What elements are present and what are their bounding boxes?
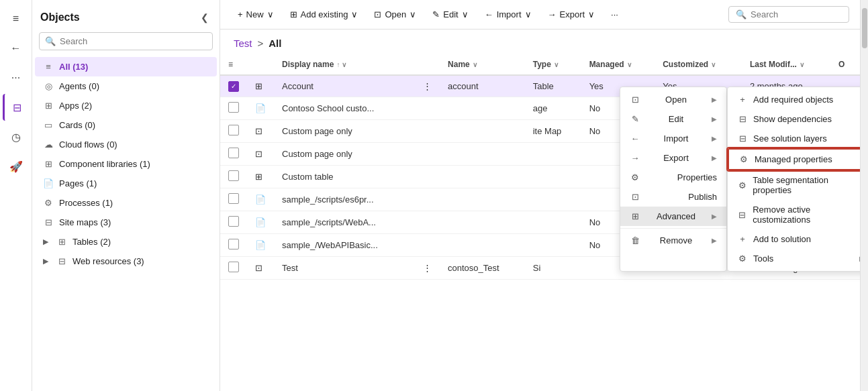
context-menu-publish[interactable]: ⊡ Publish <box>620 187 726 207</box>
display-name-sort-icon[interactable]: ↑ ∨ <box>336 61 346 68</box>
sidebar-item-component-libraries[interactable]: ⊞ Component libraries (1) <box>35 154 217 174</box>
sub-menu-table-segmentation[interactable]: ⚙ Table segmentation properties <box>728 170 860 200</box>
row-name <box>440 165 525 188</box>
row-checkbox[interactable] <box>228 216 239 227</box>
type-sort-icon[interactable]: ∨ <box>554 61 559 68</box>
context-menu-remove[interactable]: 🗑 Remove ▶ <box>620 231 726 250</box>
sidebar-nav: ≡ All (13) ◎ Agents (0) ⊞ Apps (2) ▭ Car… <box>32 57 220 271</box>
tables-icon: ⊞ <box>56 237 67 247</box>
add-existing-button[interactable]: ⊞ Add existing ∨ <box>283 6 365 23</box>
row-checkbox[interactable] <box>228 170 239 181</box>
sidebar-item-processes[interactable]: ⚙ Processes (1) <box>35 193 217 213</box>
name-sort-icon[interactable]: ∨ <box>473 61 477 68</box>
back-icon[interactable]: ← <box>3 35 30 62</box>
managed-sort-icon[interactable]: ∨ <box>627 61 632 68</box>
last-modified-sort-icon[interactable]: ∨ <box>800 61 804 68</box>
publish-menu-label: Publish <box>688 192 717 202</box>
new-button[interactable]: + New ∨ <box>231 6 281 23</box>
sidebar-item-agents[interactable]: ◎ Agents (0) <box>35 76 217 96</box>
row-checkbox[interactable] <box>228 262 239 272</box>
row-checkbox[interactable] <box>228 239 239 249</box>
context-menu: ⊡ Open ▶ ✎ Edit ▶ ← Import ▶ → Export <box>620 87 727 272</box>
row-type-icon: 📄 <box>255 240 266 250</box>
breadcrumb-parent[interactable]: Test <box>234 38 252 49</box>
row-checkbox[interactable] <box>228 125 239 135</box>
row-display-name: Account <box>274 75 415 97</box>
row-dots-menu[interactable]: ⋮ <box>423 81 432 91</box>
context-menu-import[interactable]: ← Import ▶ <box>620 129 726 148</box>
sidebar-item-site-maps[interactable]: ⊟ Site maps (3) <box>35 213 217 232</box>
row-type-icon: ⊡ <box>255 126 262 136</box>
sidebar-item-all[interactable]: ≡ All (13) <box>35 57 217 76</box>
layers-icon[interactable]: ⊟ <box>3 94 30 121</box>
row-checkbox[interactable] <box>228 193 239 204</box>
export-button[interactable]: → Export ∨ <box>541 6 602 23</box>
advanced-menu-label: Advanced <box>657 211 695 221</box>
th-display-name[interactable]: Display name ↑ ∨ <box>274 54 415 75</box>
th-last-modified[interactable]: Last Modif... ∨ <box>742 54 830 75</box>
th-type[interactable]: Type ∨ <box>525 54 581 75</box>
row-display-name: Custom table <box>274 165 415 188</box>
toolbar-search-input[interactable] <box>751 9 842 19</box>
pages-icon: 📄 <box>43 178 54 188</box>
scrollbar[interactable] <box>860 0 868 391</box>
more-button[interactable]: ··· <box>604 6 625 23</box>
context-menu-export[interactable]: → Export ▶ <box>620 148 726 168</box>
row-type <box>525 233 581 256</box>
sub-menu-tools[interactable]: ⚙ Tools ▶ <box>728 249 860 268</box>
customized-sort-icon[interactable]: ∨ <box>711 61 716 68</box>
row-display-name: sample_/scripts/es6pr... <box>274 188 415 211</box>
tables-expand-icon: ▶ <box>43 237 48 246</box>
sub-menu-see-solution-layers[interactable]: ⊟ See solution layers <box>728 129 860 148</box>
managed-props-label: Managed properties <box>755 154 832 164</box>
sub-menu-managed-properties[interactable]: ⚙ Managed properties <box>728 148 860 170</box>
sub-menu-add-to-solution[interactable]: + Add to solution <box>728 229 860 249</box>
sidebar-collapse-button[interactable]: ❮ <box>198 9 211 25</box>
new-dropdown-icon: ∨ <box>267 9 274 19</box>
sub-menu-remove-customizations[interactable]: ⊟ Remove active customizations <box>728 200 860 229</box>
scroll-thumb[interactable] <box>862 8 867 48</box>
open-button[interactable]: ⊡ Open ∨ <box>367 6 423 23</box>
cloud-flows-icon: ☁ <box>43 139 54 150</box>
context-menu-open[interactable]: ⊡ Open ▶ <box>620 90 726 109</box>
row-type: Si <box>525 256 581 279</box>
th-name[interactable]: Name ∨ <box>440 54 525 75</box>
import-arrow-icon: ▶ <box>712 135 717 142</box>
sidebar-item-apps[interactable]: ⊞ Apps (2) <box>35 96 217 115</box>
sub-menu-show-dependencies[interactable]: ⊟ Show dependencies <box>728 109 860 129</box>
import-button[interactable]: ← Import ∨ <box>478 6 538 23</box>
history-icon[interactable]: ◷ <box>3 123 30 150</box>
sidebar-item-pages[interactable]: 📄 Pages (1) <box>35 174 217 193</box>
add-solution-label: Add to solution <box>753 234 811 244</box>
th-customized[interactable]: Customized ∨ <box>655 54 742 75</box>
managed-props-icon: ⚙ <box>738 154 749 164</box>
sidebar-search-box[interactable]: 🔍 <box>39 32 213 50</box>
sidebar-item-tables[interactable]: ▶ ⊞ Tables (2) <box>35 232 217 252</box>
edit-button[interactable]: ✎ Edit ∨ <box>426 6 475 23</box>
row-dots-menu[interactable]: ⋮ <box>423 263 432 273</box>
left-rail: ≡ ← ··· ⊟ ◷ 🚀 <box>0 0 32 391</box>
add-existing-label: Add existing <box>301 9 348 19</box>
row-checkbox[interactable] <box>228 148 239 158</box>
context-menu-properties[interactable]: ⚙ Properties <box>620 168 726 187</box>
row-checkbox[interactable]: ✓ <box>228 81 239 92</box>
dots-icon[interactable]: ··· <box>3 64 30 91</box>
hamburger-icon[interactable]: ≡ <box>3 5 30 32</box>
sidebar-item-label: All (13) <box>59 62 88 72</box>
row-checkbox[interactable] <box>228 102 239 113</box>
sidebar-item-cards[interactable]: ▭ Cards (0) <box>35 115 217 135</box>
sidebar-item-cloud-flows[interactable]: ☁ Cloud flows (0) <box>35 135 217 154</box>
rocket-icon[interactable]: 🚀 <box>3 153 30 180</box>
show-deps-label: Show dependencies <box>753 114 832 124</box>
row-name <box>440 119 525 142</box>
context-menu-edit[interactable]: ✎ Edit ▶ <box>620 109 726 129</box>
remove-custom-label: Remove active customizations <box>753 205 860 225</box>
context-menu-advanced[interactable]: ⊞ Advanced ▶ <box>620 207 726 226</box>
toolbar-search-box[interactable]: 🔍 <box>728 6 849 23</box>
th-managed[interactable]: Managed ∨ <box>581 54 655 75</box>
sidebar-item-label: Pages (1) <box>59 178 97 188</box>
sidebar-item-web-resources[interactable]: ▶ ⊟ Web resources (3) <box>35 252 217 271</box>
sidebar-search-input[interactable] <box>60 36 207 46</box>
export-menu-label: Export <box>663 153 689 163</box>
sub-menu-add-required[interactable]: + Add required objects <box>728 90 860 109</box>
